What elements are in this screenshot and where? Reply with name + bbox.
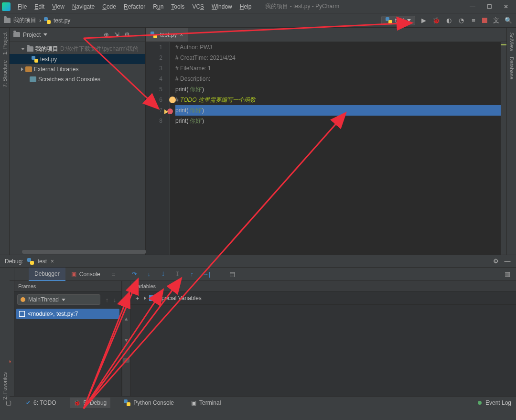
tree-file-testpy[interactable]: test.py (10, 54, 145, 64)
breadcrumb-file[interactable]: test.py (54, 17, 70, 24)
line-number[interactable]: 3 (146, 63, 162, 74)
next-frame-icon[interactable]: ↓ (111, 296, 118, 303)
console-tab[interactable]: ▣Console (65, 268, 106, 280)
layout-settings-icon[interactable]: ▥ (504, 270, 511, 278)
editor-gutter[interactable]: 12345678 (146, 42, 170, 255)
menu-navigate[interactable]: Navigate (69, 2, 98, 11)
step-out-button[interactable]: ↑ (188, 270, 196, 278)
prev-frame-icon[interactable]: ↑ (103, 296, 111, 303)
line-number[interactable]: 2 (146, 53, 162, 63)
navigation-bar: 我的项目 › test.py test ▶ 🐞 ◐ ◔ ≡ 文 🔍 (0, 13, 516, 28)
menu-view[interactable]: View (49, 2, 68, 11)
add-watch-icon[interactable]: ＋ (133, 294, 141, 302)
tool-sciview-tab[interactable]: SciView (509, 31, 515, 53)
run-configuration-selector[interactable]: test (381, 16, 415, 25)
run-to-cursor-button[interactable]: →| (203, 270, 210, 278)
step-into-button[interactable]: ↓ (145, 270, 153, 278)
code-line[interactable]: # TODO 这里需要编写一个函数 (175, 95, 501, 105)
code-line[interactable]: # FileName: 1 (175, 63, 501, 74)
tool-database-tab[interactable]: Database (509, 55, 515, 81)
step-into-my-code-button[interactable]: ⤓ (160, 270, 167, 278)
close-tab-icon[interactable]: × (180, 32, 183, 38)
link-icon[interactable] (123, 358, 129, 363)
tool-project-tab[interactable]: 1: Project (2, 31, 8, 56)
code-line[interactable]: # Description: (175, 74, 501, 84)
step-over-button[interactable]: ↷ (131, 270, 139, 278)
project-tree[interactable]: 我的项目 D:\软件下载文件\pycharm\我的 test.py Extern… (10, 42, 145, 255)
menu-run[interactable]: Run (150, 2, 167, 11)
menu-file[interactable]: File (14, 2, 30, 11)
code-line[interactable]: # Author: PWJ (175, 42, 501, 53)
debug-button[interactable]: 🐞 (432, 17, 440, 24)
line-number[interactable]: 1 (146, 42, 162, 53)
menu-refactor[interactable]: Refactor (120, 2, 149, 11)
code-line[interactable]: print('你好') (175, 105, 501, 116)
code-line[interactable]: print('你好') (175, 116, 501, 126)
intention-bulb-icon[interactable] (169, 97, 176, 103)
project-root-name[interactable]: 我的项目 (35, 45, 58, 53)
minimize-icon[interactable]: — (470, 3, 475, 10)
expand-all-icon[interactable]: ⇲ (113, 31, 120, 38)
variables-panel: Variables ＋ Special Variables (130, 281, 516, 396)
editor-tab-testpy[interactable]: test.py × (146, 28, 188, 42)
menu-edit[interactable]: Edit (31, 2, 48, 11)
line-number[interactable]: 5 (146, 84, 162, 95)
force-step-into-button[interactable]: ↧ (174, 270, 182, 278)
code-line[interactable]: print('你好') (175, 84, 501, 95)
gear-icon[interactable]: ⚙ (123, 31, 131, 38)
variables-body[interactable] (130, 305, 516, 396)
select-opened-file-icon[interactable]: ⊕ (102, 31, 110, 38)
todo-tool-button[interactable]: ✔ 6: TODO (22, 398, 60, 408)
python-file-icon (44, 17, 51, 24)
line-number[interactable]: 4 (146, 74, 162, 84)
chevron-down-icon[interactable] (43, 33, 47, 36)
line-number[interactable]: 7 (146, 105, 162, 116)
stack-frame[interactable]: <module>, test.py:7 (16, 309, 119, 319)
hide-panel-icon[interactable]: — (504, 258, 511, 265)
menu-window[interactable]: Window (208, 2, 236, 11)
python-console-tool-button[interactable]: Python Console (120, 398, 178, 408)
debugger-tab[interactable]: Debugger (29, 268, 65, 281)
tree-scratches[interactable]: Scratches and Consoles (10, 74, 145, 84)
arrow-right-icon[interactable] (21, 67, 23, 71)
terminal-tool-button[interactable]: ▣ Terminal (187, 398, 225, 408)
search-everywhere-button[interactable]: 🔍 (505, 17, 512, 24)
coverage-button[interactable]: ◐ (445, 17, 452, 24)
hide-panel-icon[interactable]: — (134, 31, 141, 38)
menu-vcs[interactable]: VCS (189, 2, 207, 11)
maximize-icon[interactable]: ☐ (487, 3, 492, 10)
profile-button[interactable]: ◔ (457, 17, 465, 24)
event-log-button[interactable]: Event Log (485, 399, 511, 406)
menu-code[interactable]: Code (99, 2, 119, 11)
thread-selector[interactable]: MainThread (17, 294, 100, 305)
tool-favorites-tab[interactable]: 2: Favorites (2, 370, 8, 401)
tree-external-libraries[interactable]: External Libraries (10, 64, 145, 74)
frames-vars-splitter[interactable]: ▴ ▾ (122, 281, 130, 396)
menu-help[interactable]: Help (236, 2, 255, 11)
code-line[interactable]: # CreatTime: 2021/4/24 (175, 53, 501, 63)
chevron-up-icon[interactable]: ▴ (122, 315, 130, 322)
line-number[interactable]: 8 (146, 116, 162, 126)
horizontal-scrollbar[interactable] (22, 250, 146, 254)
debug-tool-button[interactable]: 🐞 5: Debug (70, 398, 111, 408)
arrow-right-icon[interactable] (144, 296, 146, 300)
breadcrumb-project[interactable]: 我的项目 (13, 16, 36, 24)
gear-icon[interactable]: ⚙ (492, 258, 500, 265)
run-button[interactable]: ▶ (420, 17, 428, 24)
tool-structure-tab[interactable]: 7: Structure (2, 58, 8, 89)
threads-icon[interactable]: ≡ (110, 270, 118, 278)
thread-status-icon (21, 297, 25, 302)
close-icon[interactable]: ✕ (504, 3, 508, 10)
menu-tools[interactable]: Tools (168, 2, 188, 11)
evaluate-expression-button[interactable]: ▤ (228, 270, 236, 278)
close-session-icon[interactable]: × (51, 258, 54, 265)
arrow-down-icon[interactable] (21, 48, 25, 50)
code-editor[interactable]: # Author: PWJ# CreatTime: 2021/4/24# Fil… (170, 42, 501, 255)
project-root-path: D:\软件下载文件\pycharm\我的 (60, 45, 139, 53)
stop-button[interactable] (482, 18, 487, 23)
special-variables-label[interactable]: Special Variables (158, 295, 202, 302)
line-number[interactable]: 6 (146, 95, 162, 105)
attach-button[interactable]: ≡ (470, 17, 477, 24)
chevron-down-icon[interactable]: ▾ (122, 336, 130, 344)
translate-button[interactable]: 文 (492, 16, 500, 25)
